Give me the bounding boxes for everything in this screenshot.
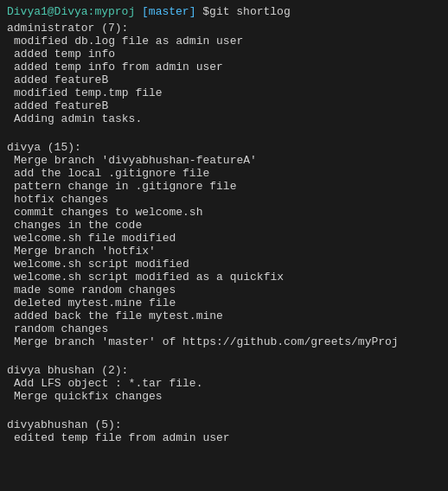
commit-line: add the local .gitignore file: [7, 167, 441, 180]
terminal-window: Divya1@Divya:myproj [master] $git shortl…: [0, 0, 448, 491]
commit-line: edited temp file from admin user: [7, 431, 441, 444]
commit-line: added featureB: [7, 73, 441, 86]
section-header-divyabhushan: divyabhushan (5):: [7, 418, 441, 431]
commit-line: made some random changes: [7, 284, 441, 297]
section-header-divya-bhushan: divya bhushan (2):: [7, 364, 441, 377]
commit-line: hotfix changes: [7, 193, 441, 206]
commit-line: Merge branch 'hotfix': [7, 245, 441, 258]
section-divyabhushan: divyabhushan (5): edited temp file from …: [7, 418, 441, 444]
commit-line: random changes: [7, 322, 441, 335]
commit-line: welcome.sh script modified: [7, 258, 441, 271]
section-header-divya: divya (15):: [7, 141, 441, 154]
commit-line: deleted mytest.mine file: [7, 297, 441, 309]
prompt-line: Divya1@Divya:myproj [master] $git shortl…: [7, 5, 441, 18]
commit-line: welcome.sh script modified as a quickfix: [7, 271, 441, 284]
commit-line: added featureB: [7, 99, 441, 112]
commit-line: welcome.sh file modified: [7, 232, 441, 245]
prompt-command: $git shortlog: [202, 5, 290, 18]
commit-line: changes in the code: [7, 219, 441, 232]
commit-line: modified db.log file as admin user: [7, 35, 441, 48]
section-header-administrator: administrator (7):: [7, 22, 441, 35]
commit-line: Merge branch 'divyabhushan-featureA': [7, 154, 441, 167]
commit-line: Merge quickfix changes: [7, 390, 441, 403]
prompt-user: Divya1@Divya:myproj: [7, 5, 135, 18]
section-divya: divya (15): Merge branch 'divyabhushan-f…: [7, 141, 441, 348]
commit-line: Adding admin tasks.: [7, 112, 441, 125]
commit-line: Add LFS object : *.tar file.: [7, 377, 441, 390]
commit-line: modified temp.tmp file: [7, 86, 441, 99]
commit-line: added back the file mytest.mine: [7, 309, 441, 322]
prompt-branch: [master]: [142, 5, 195, 18]
section-divya-bhushan: divya bhushan (2): Add LFS object : *.ta…: [7, 364, 441, 403]
commit-line: added temp info from admin user: [7, 61, 441, 73]
commit-line: Merge branch 'master' of https://github.…: [7, 335, 441, 348]
commit-line: pattern change in .gitignore file: [7, 180, 441, 193]
commit-line: added temp info: [7, 48, 441, 61]
commit-line: commit changes to welcome.sh: [7, 206, 441, 219]
section-administrator: administrator (7): modified db.log file …: [7, 22, 441, 125]
